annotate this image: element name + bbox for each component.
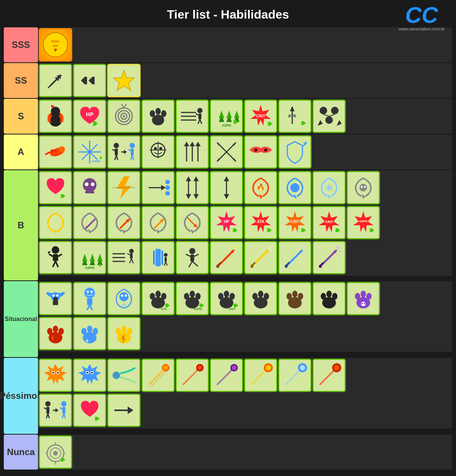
list-item xyxy=(107,135,141,169)
svg-text:Extra: Extra xyxy=(52,40,60,43)
svg-marker-120 xyxy=(161,185,166,190)
list-item: 🔥 xyxy=(244,171,277,204)
svg-text:ASPD: ASPD xyxy=(194,307,202,311)
svg-line-59 xyxy=(323,114,329,116)
svg-rect-340 xyxy=(46,407,49,414)
list-item xyxy=(39,64,72,97)
list-item xyxy=(244,282,277,315)
svg-rect-363 xyxy=(61,458,63,462)
svg-marker-132 xyxy=(224,194,229,199)
svg-point-300 xyxy=(47,328,52,335)
b-row-1: 🔥 xyxy=(39,171,451,204)
svg-marker-61 xyxy=(337,120,342,126)
svg-text:♥: ♥ xyxy=(54,47,57,53)
tier-label-b: B xyxy=(4,170,38,280)
svg-point-247 xyxy=(53,297,58,301)
svg-point-315 xyxy=(50,369,61,380)
svg-text:ASPD: ASPD xyxy=(359,220,367,223)
tier-row-b: B xyxy=(4,170,452,280)
list-item xyxy=(73,206,106,239)
svg-text:CRIT: CRIT xyxy=(256,114,265,118)
svg-point-334 xyxy=(266,365,271,370)
svg-marker-93 xyxy=(190,142,195,146)
svg-marker-49 xyxy=(270,122,272,126)
list-item xyxy=(39,317,72,350)
list-item: ASPD xyxy=(176,282,209,315)
svg-point-285 xyxy=(287,293,292,300)
svg-line-82 xyxy=(128,149,131,151)
list-item xyxy=(141,135,175,169)
tier-content-nunca xyxy=(38,435,452,470)
svg-point-217 xyxy=(216,265,219,268)
pessimos-row-1 xyxy=(39,359,451,392)
svg-point-306 xyxy=(93,328,98,335)
svg-rect-17 xyxy=(93,121,95,126)
svg-point-286 xyxy=(292,291,298,297)
svg-point-338 xyxy=(334,365,339,370)
list-item: CRIT xyxy=(210,282,243,315)
svg-rect-206 xyxy=(165,257,167,262)
svg-marker-165 xyxy=(269,228,272,232)
list-item xyxy=(176,171,209,204)
list-item xyxy=(210,135,243,169)
list-item xyxy=(176,135,209,169)
svg-rect-352 xyxy=(95,417,97,421)
tier-content-ss xyxy=(38,63,452,98)
list-item xyxy=(73,317,106,350)
svg-point-112 xyxy=(85,182,89,186)
b-row-3: ASPD xyxy=(39,241,451,274)
svg-point-336 xyxy=(300,365,305,370)
svg-line-214 xyxy=(192,261,198,266)
svg-marker-264 xyxy=(168,304,170,307)
svg-point-113 xyxy=(91,182,95,186)
svg-point-328 xyxy=(163,365,168,370)
svg-point-330 xyxy=(198,365,202,370)
svg-rect-81 xyxy=(131,149,134,155)
list-item xyxy=(73,394,106,427)
svg-point-301 xyxy=(53,326,58,332)
svg-marker-135 xyxy=(293,194,297,199)
list-item xyxy=(312,359,346,392)
svg-point-311 xyxy=(121,326,127,332)
svg-marker-191 xyxy=(97,254,103,261)
svg-rect-203 xyxy=(153,250,155,265)
list-item xyxy=(244,359,277,392)
svg-rect-180 xyxy=(53,254,58,261)
svg-rect-202 xyxy=(155,249,161,266)
svg-marker-146 xyxy=(54,229,57,234)
svg-point-283 xyxy=(264,293,269,300)
list-item: ASPD xyxy=(73,135,106,169)
svg-marker-131 xyxy=(224,176,229,181)
svg-rect-11 xyxy=(92,77,95,84)
svg-rect-9 xyxy=(85,77,87,84)
svg-marker-169 xyxy=(304,228,306,232)
svg-marker-109 xyxy=(63,194,65,198)
svg-point-281 xyxy=(252,293,258,300)
list-item xyxy=(278,282,312,315)
list-item xyxy=(347,282,380,315)
tier-label-s: S xyxy=(4,99,38,134)
svg-point-254 xyxy=(119,292,128,301)
list-item xyxy=(107,359,141,392)
svg-point-238 xyxy=(319,265,322,268)
svg-text:ASPD: ASPD xyxy=(85,266,95,270)
svg-point-123 xyxy=(165,191,170,196)
list-item xyxy=(210,359,243,392)
tier-row-a: A ASPD xyxy=(4,134,452,169)
situacional-row-2 xyxy=(39,317,451,350)
list-item xyxy=(73,64,106,97)
list-item xyxy=(73,171,106,204)
svg-point-274 xyxy=(218,293,223,300)
svg-line-240 xyxy=(338,247,339,249)
list-item xyxy=(176,100,209,133)
svg-marker-351 xyxy=(97,417,100,421)
svg-rect-170 xyxy=(301,228,304,232)
svg-point-250 xyxy=(90,291,93,293)
list-item xyxy=(278,135,312,169)
svg-line-350 xyxy=(64,414,65,418)
svg-point-205 xyxy=(164,253,168,257)
svg-point-245 xyxy=(56,294,59,297)
svg-point-267 xyxy=(184,293,189,300)
list-item xyxy=(107,64,141,97)
svg-point-224 xyxy=(250,265,253,268)
